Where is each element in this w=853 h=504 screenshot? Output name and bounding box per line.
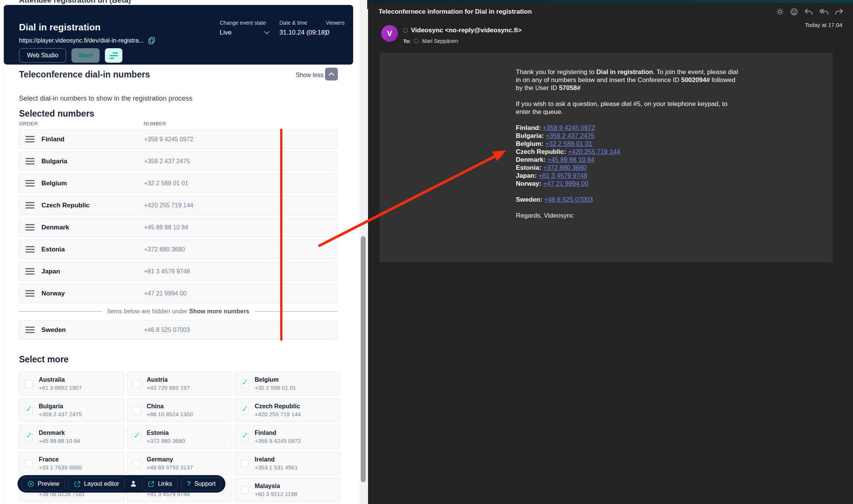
bottom-toolbar: Preview Layout editor Links ? Support — [17, 475, 225, 493]
left-edge-divider — [3, 0, 3, 504]
drag-handle-icon[interactable] — [25, 327, 35, 333]
option-number: +43 720 883 197 — [147, 384, 190, 391]
drag-handle-icon[interactable] — [25, 136, 35, 142]
dial-number-option-card[interactable]: Australia +61 3 8652 1907 — [19, 372, 124, 395]
row-phone-number: +81 3 4579 9748 — [144, 268, 190, 275]
checkbox[interactable] — [25, 460, 33, 468]
phone-link[interactable]: +420 255 719 144 — [568, 148, 620, 155]
option-number: +372 880 3680 — [147, 438, 185, 444]
forward-icon[interactable] — [835, 8, 843, 15]
drag-handle-icon[interactable] — [25, 224, 35, 231]
option-country: Bulgaria — [39, 403, 82, 410]
scrollbar-thumb[interactable] — [361, 236, 366, 482]
drag-handle-icon[interactable] — [25, 290, 35, 297]
drag-handle-icon[interactable] — [25, 202, 35, 209]
drag-handle-icon[interactable] — [25, 180, 35, 186]
selected-number-row: Finland +358 9 4245 0972 — [19, 130, 338, 149]
event-state-dropdown[interactable]: Live — [220, 29, 270, 36]
dial-number-option-card[interactable]: Malaysia +60 3 9212 1198 — [235, 478, 340, 502]
dial-number-option-card[interactable]: France +33 1 7639 0000 — [19, 452, 124, 475]
phone-link[interactable]: +372 880 3680 — [543, 164, 587, 171]
option-number: +353 1 531 4561 — [255, 464, 298, 471]
drag-handle-icon[interactable] — [25, 158, 35, 164]
checkbox[interactable] — [133, 460, 141, 468]
option-country: Belgium — [255, 376, 296, 383]
option-country: Finland — [255, 430, 301, 436]
light-mode-icon[interactable] — [776, 8, 784, 16]
dial-number-option-card[interactable]: Czech Republic +420 255 719 144 — [235, 398, 340, 422]
selected-number-row: Estonia +372 880 3680 — [19, 240, 338, 259]
save-button[interactable]: Save — [71, 48, 99, 63]
preview-button[interactable]: Preview — [22, 477, 65, 490]
selected-number-row: Denmark +45 89 88 10 84 — [19, 218, 338, 237]
row-phone-number: +420 255 719 144 — [144, 202, 193, 209]
dial-number-option-card[interactable]: Germany +49 69 9753 3137 — [127, 452, 232, 475]
email-recipient: Mari Seppänen — [422, 38, 458, 44]
checkbox[interactable] — [241, 380, 249, 388]
email-dialin-line: Belgium:+32 2 588 01 01 — [516, 140, 738, 148]
layout-lines-icon-button[interactable] — [105, 48, 122, 63]
checkbox[interactable] — [241, 433, 249, 441]
show-less-toggle[interactable]: Show less — [296, 72, 323, 79]
option-number: +359 2 437 2475 — [39, 411, 82, 417]
change-event-state-label: Change event state — [220, 20, 277, 26]
screen: Attendee registration url (Beta) Dial in… — [0, 0, 853, 504]
selected-number-row: Bulgaria +359 2 437 2475 — [19, 152, 338, 171]
layout-editor-button[interactable]: Layout editor — [68, 477, 125, 490]
support-button[interactable]: ? Support — [181, 477, 221, 490]
dial-number-option-card[interactable]: Finland +358 9 4245 0972 — [235, 425, 340, 449]
selected-number-row: Czech Republic +420 255 719 144 — [19, 196, 338, 215]
date-time-value: 31.10.24 (09:18) — [279, 29, 327, 36]
row-phone-number: +45 89 88 10 84 — [144, 224, 188, 231]
collapse-section-button[interactable] — [325, 68, 338, 81]
row-country: Japan — [41, 268, 60, 275]
checkbox[interactable] — [25, 433, 33, 441]
dial-number-option-card[interactable]: Austria +43 720 883 197 — [127, 372, 232, 395]
option-number: +49 69 9753 3137 — [147, 464, 193, 471]
reply-all-icon[interactable] — [819, 8, 828, 15]
dial-number-option-card[interactable]: Bulgaria +359 2 437 2475 — [19, 398, 124, 422]
drag-handle-icon[interactable] — [25, 268, 35, 275]
phone-link[interactable]: +45 89 88 10 84 — [547, 156, 594, 163]
email-dialin-line: Czech Republic:+420 255 719 144 — [516, 148, 738, 156]
copy-icon[interactable] — [148, 37, 155, 44]
option-number: +61 3 8652 1907 — [39, 384, 82, 391]
select-more-heading: Select more — [19, 354, 68, 365]
row-country: Finland — [41, 136, 64, 143]
reply-icon[interactable] — [804, 8, 813, 15]
checkbox[interactable] — [133, 406, 141, 414]
dial-number-option-card[interactable]: China +86 10 8524 1350 — [127, 398, 232, 422]
option-number: +60 3 9212 1198 — [255, 491, 297, 497]
email-timestamp: Today at 17.04 — [805, 22, 842, 28]
phone-link[interactable]: +46 8 525 07003 — [544, 196, 593, 203]
dial-number-option-card[interactable]: Denmark +45 89 88 10 84 — [19, 425, 124, 449]
phone-link[interactable]: +32 2 588 01 01 — [545, 140, 592, 147]
checkbox[interactable] — [241, 486, 249, 494]
phone-link[interactable]: +358 9 4245 0972 — [543, 124, 595, 131]
show-more-numbers-label: Show more numbers — [189, 308, 249, 314]
phone-link[interactable]: +47 21 9994 00 — [543, 180, 588, 187]
attendee-registration-url-label: Attendee registration url (Beta) — [19, 0, 131, 5]
option-country: Australia — [39, 376, 82, 383]
dial-number-option-card[interactable]: Ireland +353 1 531 4561 — [235, 452, 340, 475]
phone-link[interactable]: +81 3 4579 9748 — [539, 172, 587, 179]
event-player-url[interactable]: https://player.videosync.fi/dev/dial-in-… — [19, 37, 144, 44]
checkbox[interactable] — [133, 380, 141, 388]
emoji-reaction-icon[interactable] — [790, 8, 798, 16]
checkbox[interactable] — [25, 406, 33, 414]
drag-handle-icon[interactable] — [25, 246, 35, 253]
checkbox[interactable] — [25, 380, 33, 388]
column-header-number: NUMBER — [144, 121, 166, 126]
checkbox[interactable] — [133, 433, 141, 441]
dial-number-option-card[interactable]: Belgium +32 2 588 01 01 — [235, 372, 340, 395]
phone-link[interactable]: +359 2 437 2475 — [546, 132, 595, 139]
web-studio-button[interactable]: Web Studio — [19, 48, 66, 63]
row-phone-number: +372 880 3680 — [144, 246, 185, 253]
profile-button[interactable] — [128, 480, 139, 488]
option-country: France — [39, 456, 82, 463]
checkbox[interactable] — [241, 406, 249, 414]
checkbox[interactable] — [241, 460, 249, 468]
links-button[interactable]: Links — [142, 477, 178, 490]
event-header-card: Dial in registration https://player.vide… — [4, 5, 353, 65]
dial-number-option-card[interactable]: Estonia +372 880 3680 — [127, 425, 232, 449]
